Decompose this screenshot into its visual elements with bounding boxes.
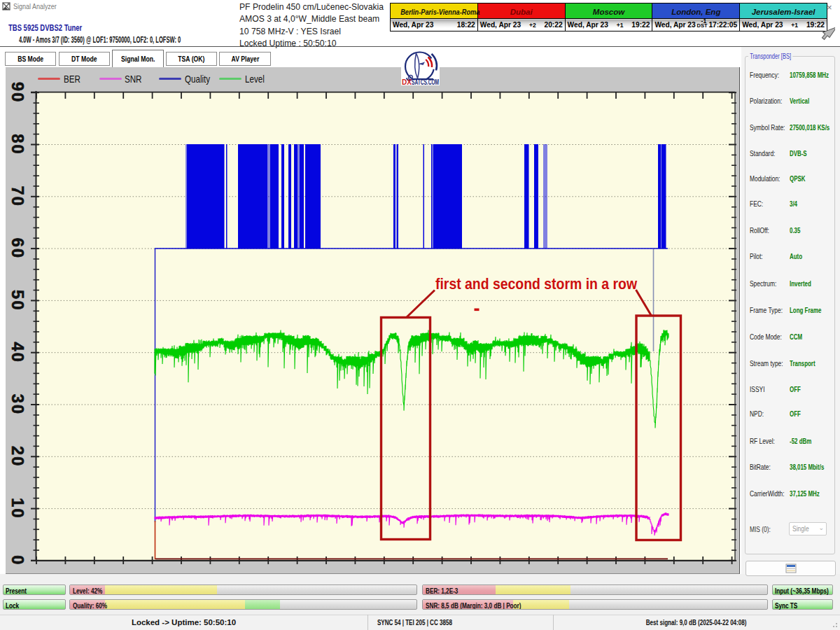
svg-text:50: 50 [8,290,27,312]
svg-text:30: 30 [8,394,27,416]
svg-text:70: 70 [8,186,27,208]
svg-text:10: 10 [8,498,27,519]
svg-text:90: 90 [8,82,27,104]
svg-text:DX: DX [402,78,412,86]
svg-text:80: 80 [8,134,27,155]
svg-text:40: 40 [8,342,27,363]
svg-text:60: 60 [8,238,27,260]
svg-text:first and second storm in a ro: first and second storm in a row [435,276,637,293]
svg-text:SATCS.COM: SATCS.COM [412,78,439,86]
svg-text:20: 20 [8,446,27,468]
svg-text:0: 0 [8,555,27,566]
